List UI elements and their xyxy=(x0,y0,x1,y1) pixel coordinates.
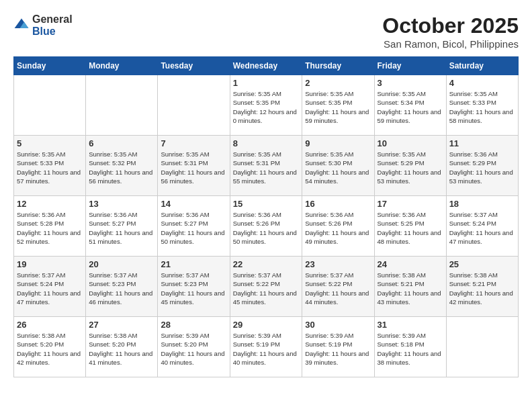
day-number: 19 xyxy=(17,259,83,269)
day-info: Sunrise: 5:35 AMSunset: 5:35 PMDaylight:… xyxy=(233,89,300,125)
day-info: Sunrise: 5:38 AMSunset: 5:20 PMDaylight:… xyxy=(89,331,154,367)
day-info: Sunrise: 5:35 AMSunset: 5:31 PMDaylight:… xyxy=(233,150,300,185)
calendar-cell xyxy=(158,75,230,136)
logo-icon xyxy=(13,17,30,34)
calendar-cell: 27 Sunrise: 5:38 AMSunset: 5:20 PMDaylig… xyxy=(86,317,158,377)
day-number: 21 xyxy=(161,259,226,269)
logo-text: General Blue xyxy=(32,13,73,37)
calendar-cell: 13 Sunrise: 5:36 AMSunset: 5:27 PMDaylig… xyxy=(86,196,158,257)
calendar-cell: 17 Sunrise: 5:36 AMSunset: 5:25 PMDaylig… xyxy=(374,196,446,257)
calendar-cell: 23 Sunrise: 5:37 AMSunset: 5:22 PMDaylig… xyxy=(302,257,374,317)
day-info: Sunrise: 5:38 AMSunset: 5:21 PMDaylight:… xyxy=(378,271,443,306)
day-info: Sunrise: 5:36 AMSunset: 5:27 PMDaylight:… xyxy=(161,210,226,246)
calendar-cell: 3 Sunrise: 5:35 AMSunset: 5:34 PMDayligh… xyxy=(374,75,446,136)
day-info: Sunrise: 5:37 AMSunset: 5:23 PMDaylight:… xyxy=(89,271,154,306)
day-number: 26 xyxy=(17,320,83,330)
weekday-header: Tuesday xyxy=(158,57,230,75)
day-info: Sunrise: 5:39 AMSunset: 5:19 PMDaylight:… xyxy=(233,331,300,367)
weekday-header: Thursday xyxy=(302,57,374,75)
calendar-cell: 18 Sunrise: 5:37 AMSunset: 5:24 PMDaylig… xyxy=(446,196,518,257)
calendar-cell: 26 Sunrise: 5:38 AMSunset: 5:20 PMDaylig… xyxy=(14,317,86,377)
day-number: 16 xyxy=(305,199,371,209)
calendar-cell: 10 Sunrise: 5:35 AMSunset: 5:29 PMDaylig… xyxy=(374,136,446,196)
calendar-cell: 6 Sunrise: 5:35 AMSunset: 5:32 PMDayligh… xyxy=(86,136,158,196)
calendar-cell xyxy=(14,75,86,136)
logo-general-text: General xyxy=(32,13,73,26)
calendar-cell: 8 Sunrise: 5:35 AMSunset: 5:31 PMDayligh… xyxy=(230,136,302,196)
day-number: 13 xyxy=(89,199,154,209)
day-number: 2 xyxy=(305,78,371,88)
day-number: 28 xyxy=(161,320,226,330)
day-info: Sunrise: 5:39 AMSunset: 5:18 PMDaylight:… xyxy=(378,331,443,367)
calendar-cell: 21 Sunrise: 5:37 AMSunset: 5:23 PMDaylig… xyxy=(158,257,230,317)
day-number: 18 xyxy=(449,199,515,209)
day-info: Sunrise: 5:36 AMSunset: 5:27 PMDaylight:… xyxy=(89,210,154,246)
day-number: 17 xyxy=(378,199,443,209)
day-info: Sunrise: 5:38 AMSunset: 5:21 PMDaylight:… xyxy=(449,271,515,306)
day-info: Sunrise: 5:35 AMSunset: 5:35 PMDaylight:… xyxy=(305,89,371,125)
calendar-cell: 31 Sunrise: 5:39 AMSunset: 5:18 PMDaylig… xyxy=(374,317,446,377)
day-number: 10 xyxy=(378,138,443,148)
day-number: 8 xyxy=(233,138,300,148)
calendar-cell: 14 Sunrise: 5:36 AMSunset: 5:27 PMDaylig… xyxy=(158,196,230,257)
calendar-cell: 5 Sunrise: 5:35 AMSunset: 5:33 PMDayligh… xyxy=(14,136,86,196)
day-info: Sunrise: 5:37 AMSunset: 5:24 PMDaylight:… xyxy=(17,271,83,306)
day-info: Sunrise: 5:35 AMSunset: 5:30 PMDaylight:… xyxy=(305,150,371,185)
day-number: 5 xyxy=(17,138,83,148)
month-title: October 2025 xyxy=(382,13,519,38)
day-info: Sunrise: 5:39 AMSunset: 5:20 PMDaylight:… xyxy=(161,331,226,367)
day-info: Sunrise: 5:35 AMSunset: 5:29 PMDaylight:… xyxy=(378,150,443,185)
day-number: 9 xyxy=(305,138,371,148)
calendar-cell: 4 Sunrise: 5:35 AMSunset: 5:33 PMDayligh… xyxy=(446,75,518,136)
day-number: 1 xyxy=(233,78,300,88)
day-number: 27 xyxy=(89,320,154,330)
day-number: 22 xyxy=(233,259,300,269)
day-number: 3 xyxy=(378,78,443,88)
calendar-cell: 24 Sunrise: 5:38 AMSunset: 5:21 PMDaylig… xyxy=(374,257,446,317)
calendar-week-row: 1 Sunrise: 5:35 AMSunset: 5:35 PMDayligh… xyxy=(14,75,519,136)
day-number: 14 xyxy=(161,199,226,209)
day-info: Sunrise: 5:36 AMSunset: 5:26 PMDaylight:… xyxy=(305,210,371,246)
calendar-cell: 20 Sunrise: 5:37 AMSunset: 5:23 PMDaylig… xyxy=(86,257,158,317)
day-number: 23 xyxy=(305,259,371,269)
weekday-header: Sunday xyxy=(14,57,86,75)
calendar-cell xyxy=(446,317,518,377)
calendar-cell: 28 Sunrise: 5:39 AMSunset: 5:20 PMDaylig… xyxy=(158,317,230,377)
calendar-cell: 22 Sunrise: 5:37 AMSunset: 5:22 PMDaylig… xyxy=(230,257,302,317)
calendar-cell: 12 Sunrise: 5:36 AMSunset: 5:28 PMDaylig… xyxy=(14,196,86,257)
day-info: Sunrise: 5:36 AMSunset: 5:26 PMDaylight:… xyxy=(233,210,300,246)
calendar-cell: 25 Sunrise: 5:38 AMSunset: 5:21 PMDaylig… xyxy=(446,257,518,317)
calendar-cell: 2 Sunrise: 5:35 AMSunset: 5:35 PMDayligh… xyxy=(302,75,374,136)
weekday-header: Wednesday xyxy=(230,57,302,75)
title-block: October 2025 San Ramon, Bicol, Philippin… xyxy=(382,13,519,50)
day-info: Sunrise: 5:35 AMSunset: 5:33 PMDaylight:… xyxy=(449,89,515,125)
day-number: 30 xyxy=(305,320,371,330)
calendar-cell: 15 Sunrise: 5:36 AMSunset: 5:26 PMDaylig… xyxy=(230,196,302,257)
calendar-week-row: 5 Sunrise: 5:35 AMSunset: 5:33 PMDayligh… xyxy=(14,136,519,196)
weekday-header-row: SundayMondayTuesdayWednesdayThursdayFrid… xyxy=(14,57,519,75)
calendar-week-row: 19 Sunrise: 5:37 AMSunset: 5:24 PMDaylig… xyxy=(14,257,519,317)
day-info: Sunrise: 5:36 AMSunset: 5:29 PMDaylight:… xyxy=(449,150,515,185)
calendar-cell: 19 Sunrise: 5:37 AMSunset: 5:24 PMDaylig… xyxy=(14,257,86,317)
page-header: General Blue October 2025 San Ramon, Bic… xyxy=(13,13,519,50)
calendar-cell xyxy=(86,75,158,136)
day-number: 24 xyxy=(378,259,443,269)
day-number: 4 xyxy=(449,78,515,88)
day-number: 6 xyxy=(89,138,154,148)
day-info: Sunrise: 5:35 AMSunset: 5:31 PMDaylight:… xyxy=(161,150,226,185)
day-info: Sunrise: 5:36 AMSunset: 5:28 PMDaylight:… xyxy=(17,210,83,246)
calendar-cell: 29 Sunrise: 5:39 AMSunset: 5:19 PMDaylig… xyxy=(230,317,302,377)
calendar-week-row: 12 Sunrise: 5:36 AMSunset: 5:28 PMDaylig… xyxy=(14,196,519,257)
weekday-header: Monday xyxy=(86,57,158,75)
day-info: Sunrise: 5:37 AMSunset: 5:23 PMDaylight:… xyxy=(161,271,226,306)
day-number: 7 xyxy=(161,138,226,148)
day-info: Sunrise: 5:39 AMSunset: 5:19 PMDaylight:… xyxy=(305,331,371,367)
calendar-cell: 30 Sunrise: 5:39 AMSunset: 5:19 PMDaylig… xyxy=(302,317,374,377)
day-info: Sunrise: 5:37 AMSunset: 5:22 PMDaylight:… xyxy=(233,271,300,306)
day-info: Sunrise: 5:35 AMSunset: 5:32 PMDaylight:… xyxy=(89,150,154,185)
logo-blue-text: Blue xyxy=(32,26,73,38)
day-info: Sunrise: 5:35 AMSunset: 5:34 PMDaylight:… xyxy=(378,89,443,125)
logo: General Blue xyxy=(13,13,73,37)
day-info: Sunrise: 5:37 AMSunset: 5:22 PMDaylight:… xyxy=(305,271,371,306)
calendar-week-row: 26 Sunrise: 5:38 AMSunset: 5:20 PMDaylig… xyxy=(14,317,519,377)
